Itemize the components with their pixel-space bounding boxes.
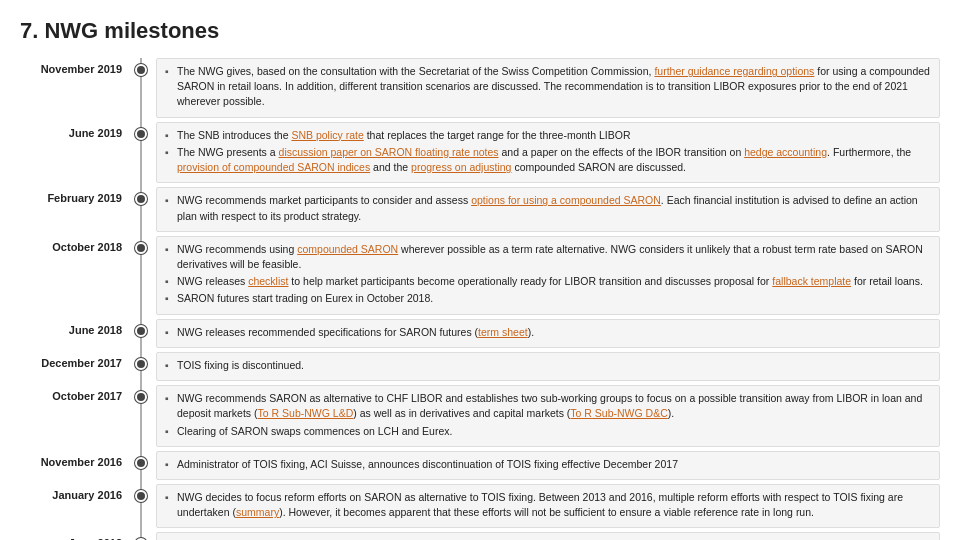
- page-title: 7. NWG milestones: [20, 18, 940, 44]
- timeline-dot: [132, 187, 150, 205]
- link[interactable]: fallback template: [772, 275, 851, 287]
- timeline-label: November 2019: [20, 58, 132, 75]
- timeline-content: NWG recommends market participants to co…: [156, 187, 940, 231]
- list-item: NWG decides to focus reform efforts on S…: [165, 490, 931, 520]
- timeline-dot: [132, 122, 150, 140]
- list-item: Clearing of SARON swaps commences on LCH…: [165, 424, 931, 439]
- timeline-row: June 2013 NWG is established to reform T…: [20, 532, 940, 540]
- link[interactable]: hedge accounting: [744, 146, 827, 158]
- timeline-dot: [132, 451, 150, 469]
- timeline-row: June 2018 NWG releases recommended speci…: [20, 319, 940, 348]
- link[interactable]: compounded SARON: [297, 243, 398, 255]
- link[interactable]: term sheet: [478, 326, 528, 338]
- link[interactable]: To R Sub-NWG L&D: [258, 407, 354, 419]
- timeline-row: December 2017 TOIS fixing is discontinue…: [20, 352, 940, 381]
- timeline-label: June 2013: [20, 532, 132, 540]
- timeline-content: NWG recommends SARON as alternative to C…: [156, 385, 940, 447]
- link[interactable]: checklist: [248, 275, 288, 287]
- link[interactable]: further guidance regarding options: [654, 65, 814, 77]
- link[interactable]: summary: [236, 506, 279, 518]
- link[interactable]: SNB policy rate: [291, 129, 363, 141]
- list-item: The SNB introduces the SNB policy rate t…: [165, 128, 931, 143]
- timeline-row: November 2016 Administrator of TOIS fixi…: [20, 451, 940, 480]
- timeline-row: June 2019 The SNB introduces the SNB pol…: [20, 122, 940, 184]
- list-item: The NWG gives, based on the consultation…: [165, 64, 931, 110]
- link[interactable]: options for using a compounded SARON: [471, 194, 661, 206]
- timeline-label: January 2016: [20, 484, 132, 501]
- timeline-content: The NWG gives, based on the consultation…: [156, 58, 940, 118]
- timeline-dot: [132, 236, 150, 254]
- timeline-dot: [132, 532, 150, 540]
- timeline-dot: [132, 319, 150, 337]
- list-item: TOIS fixing is discontinued.: [165, 358, 931, 373]
- link[interactable]: discussion paper on SARON floating rate …: [279, 146, 499, 158]
- timeline-row: February 2019 NWG recommends market part…: [20, 187, 940, 231]
- link[interactable]: provision of compounded SARON indices: [177, 161, 370, 173]
- timeline-row: November 2019 The NWG gives, based on th…: [20, 58, 940, 118]
- timeline-content: NWG is established to reform TOIS fixing…: [156, 532, 940, 540]
- timeline-dot: [132, 385, 150, 403]
- list-item: NWG releases recommended specifications …: [165, 325, 931, 340]
- timeline-label: December 2017: [20, 352, 132, 369]
- timeline-dot: [132, 352, 150, 370]
- timeline-label: February 2019: [20, 187, 132, 204]
- list-item: NWG recommends SARON as alternative to C…: [165, 391, 931, 421]
- timeline-row: October 2017 NWG recommends SARON as alt…: [20, 385, 940, 447]
- timeline-content: TOIS fixing is discontinued.: [156, 352, 940, 381]
- timeline-content: The SNB introduces the SNB policy rate t…: [156, 122, 940, 184]
- timeline-row: January 2016 NWG decides to focus reform…: [20, 484, 940, 528]
- list-item: Administrator of TOIS fixing, ACI Suisse…: [165, 457, 931, 472]
- list-item: NWG releases checklist to help market pa…: [165, 274, 931, 289]
- timeline-label: October 2018: [20, 236, 132, 253]
- link[interactable]: progress on adjusting: [411, 161, 511, 173]
- timeline-content: Administrator of TOIS fixing, ACI Suisse…: [156, 451, 940, 480]
- timeline-label: June 2019: [20, 122, 132, 139]
- timeline-content: NWG recommends using compounded SARON wh…: [156, 236, 940, 315]
- list-item: The NWG presents a discussion paper on S…: [165, 145, 931, 175]
- list-item: NWG recommends market participants to co…: [165, 193, 931, 223]
- timeline-dot: [132, 484, 150, 502]
- timeline-content: NWG releases recommended specifications …: [156, 319, 940, 348]
- link[interactable]: To R Sub-NWG D&C: [570, 407, 667, 419]
- timeline-content: NWG decides to focus reform efforts on S…: [156, 484, 940, 528]
- timeline-label: November 2016: [20, 451, 132, 468]
- timeline-row: October 2018 NWG recommends using compou…: [20, 236, 940, 315]
- timeline: November 2019 The NWG gives, based on th…: [20, 58, 940, 540]
- timeline-label: October 2017: [20, 385, 132, 402]
- timeline-dot: [132, 58, 150, 76]
- timeline-label: June 2018: [20, 319, 132, 336]
- list-item: SARON futures start trading on Eurex in …: [165, 291, 931, 306]
- list-item: NWG recommends using compounded SARON wh…: [165, 242, 931, 272]
